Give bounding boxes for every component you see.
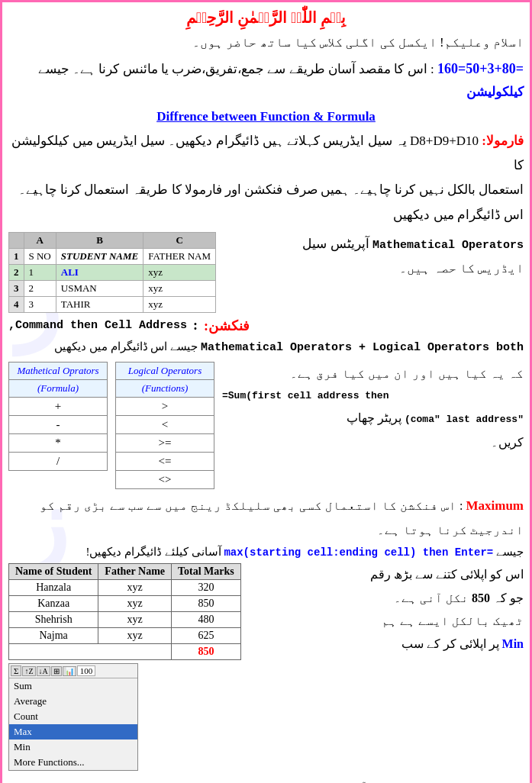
math-op-plus: + [9, 398, 108, 416]
math-logical-urdu: جیسے اس ڈائیگرام میں دیکھیں [54, 340, 198, 353]
cell-3a: 2 [24, 280, 56, 296]
cell-1b: STUDENT NAME [56, 248, 143, 264]
min-section: سے چھوٹی رقم یا نمبر با آسانی نکال سکتے … [8, 775, 524, 783]
cell-4b: TAHIR [56, 296, 143, 312]
min-blue-label: Min [502, 637, 524, 650]
data-table: Name of Student Father Name Total Marks … [8, 563, 241, 660]
logical-op-lte: <= [116, 453, 214, 471]
toolbar-filter[interactable]: ⊞ [51, 666, 62, 676]
toolbar-sigma[interactable]: Σ [11, 665, 21, 676]
cell-2c: xyz [143, 264, 216, 280]
excel-toolbar: Σ ↑Z ↓A ⊞ 📊 100 Sum Average Count Max Mi… [8, 663, 138, 771]
cell-1c: FATHER NAM [143, 248, 216, 264]
toolbar-sort-desc[interactable]: ↓A [37, 666, 50, 676]
cell-2b: ALI [56, 264, 143, 280]
logical-op-lt: < [116, 416, 214, 434]
toolbar-icons-row: Σ ↑Z ↓A ⊞ 📊 100 [9, 664, 137, 678]
dropdown-max[interactable]: Max [9, 724, 137, 740]
excel-area: A B C 1 S NO STUDENT NAME FATHER NAM 2 1… [8, 232, 524, 313]
greeting-text: اسلام وعلیکم! ایکسل کی اگلی کلاس کیا سات… [192, 35, 524, 50]
calc-label: کیلکولیشن [466, 85, 524, 99]
cell-1a: S NO [24, 248, 56, 264]
function-label: فنکشن: [204, 317, 250, 334]
math-logical-english: Mathematical Operators + Logical Operato… [201, 341, 524, 354]
math-operators-table: Mathetical Oprators (Formula) + - * / [8, 362, 108, 471]
max-example-text: آسانی کیلئے ڈائیگرام دیکھیں! [85, 546, 221, 558]
max-text: : اس فنکشن کا استعمال کسی بھی سلیلکڈ رین… [40, 499, 524, 536]
op-right-line1: کہ یہ کیا ہیں اور ان میں کیا فرق ہے۔ [222, 362, 524, 386]
math-op-english: Mathematical Operators [372, 239, 524, 252]
dt-row4-marks: 625 [172, 628, 241, 644]
data-right-text: اس کو اپلائی کتنے سے بڑھ رقم جو کہ 850 ن… [247, 563, 524, 656]
math-op-minus: - [9, 416, 108, 434]
row-num-2: 2 [9, 264, 24, 280]
logical-operators-table: Logical Operators (Functions) > < >= <= … [115, 362, 214, 489]
dt-row3-name: Shehrish [9, 612, 98, 628]
operators-section: Mathetical Oprators (Formula) + - * / Lo… [8, 362, 524, 489]
toolbar-percent: 100 [77, 665, 96, 676]
calc-line: =50+3+80=160 : اس کا مقصد آسان طریقے سے … [8, 56, 524, 105]
dropdown-min[interactable]: Min [9, 740, 137, 755]
dt-row1-name: Hanzala [9, 580, 98, 596]
dropdown-more[interactable]: More Functions... [9, 755, 137, 770]
excel-table-wrapper: A B C 1 S NO STUDENT NAME FATHER NAM 2 1… [8, 232, 216, 313]
greeting-line: اسلام وعلیکم! ایکسل کی اگلی کلاس کیا سات… [8, 31, 524, 55]
bismillah-text: بِسۡمِ اللّٰہِ الرَّحۡمٰنِ الرَّحِیۡمِ [8, 8, 524, 27]
cell-3b: USMAN [56, 280, 143, 296]
math-op-star: * [9, 434, 108, 453]
formula-section: فارمولا: D8+D9+D10 یہ سیل ایڈریس کہلاتے … [8, 129, 524, 227]
data-right-line2: جو کہ 850 نکل آنی ہے۔ [247, 587, 524, 610]
dt-row2-father: xyz [98, 596, 172, 612]
sum-line3: کریں۔ [222, 430, 524, 455]
sum-coma-text: "coma" last address) [405, 414, 524, 425]
dt-highlight-empty [9, 644, 172, 660]
cell-2a: 1 [24, 264, 56, 280]
max-section: Maximum : اس فنکشن کا استعمال کسی بھی سل… [8, 494, 524, 542]
excel-table: A B C 1 S NO STUDENT NAME FATHER NAM 2 1… [8, 232, 216, 313]
sum-urdu-text: پریٹر چھاپ [347, 411, 401, 424]
row-num-4: 4 [9, 296, 24, 312]
dropdown-average[interactable]: Average [9, 694, 137, 709]
dt-row1-father: xyz [98, 580, 172, 596]
dt-row3-marks: 480 [172, 612, 241, 628]
math-op-header2: (Formula) [9, 380, 108, 398]
sum-formula-line: =Sum(first cell address then [222, 386, 524, 406]
left-data-section: Name of Student Father Name Total Marks … [8, 563, 241, 771]
row-num-1: 1 [9, 248, 24, 264]
dropdown-count[interactable]: Count [9, 709, 137, 724]
formula-text1: D8+D9+D10 یہ سیل ایڈریس کہلاتے ہیں ڈائیگ… [11, 134, 524, 172]
max-example-label: جیسے [493, 546, 524, 558]
diff-line: Diffrence between Function & Formula [8, 109, 524, 124]
cell-4a: 3 [24, 296, 56, 312]
colon-divider: : [193, 317, 198, 334]
data-right-blue-line: Min پر اپلائی کر کے سب [247, 633, 524, 656]
formula-line1: فارمولا: D8+D9+D10 یہ سیل ایڈریس کہلاتے … [8, 129, 524, 179]
dt-header-marks: Total Marks [172, 564, 241, 580]
calc-formula: =50+3+80=160 [437, 61, 524, 76]
data-right-line3: ٹھیک بالکل ایسے ہے ہم [247, 610, 524, 633]
cell-3c: xyz [143, 280, 216, 296]
dt-row4-father: xyz [98, 628, 172, 644]
data-area: Name of Student Father Name Total Marks … [8, 563, 524, 771]
row-num-3: 3 [9, 280, 24, 296]
dt-row2-marks: 850 [172, 596, 241, 612]
math-op-line2: ایڈریس کا حصہ ہیں۔ [221, 256, 524, 281]
formula-label: فارمولا: [482, 134, 524, 148]
math-op-slash: / [9, 453, 108, 471]
max-formula: =max(starting cell:ending cell) then Ent… [224, 546, 493, 559]
math-op-text: Mathematical Operators آپریٹس سیل ایڈریس… [221, 232, 524, 282]
op-right-text: کہ یہ کیا ہیں اور ان میں کیا فرق ہے۔ =Su… [222, 362, 524, 455]
col-header-c: C [143, 232, 216, 248]
math-op-urdu: آپریٹس سیل [302, 237, 369, 251]
cell-4c: xyz [143, 296, 216, 312]
dropdown-sum[interactable]: Sum [9, 678, 137, 694]
toolbar-chart[interactable]: 📊 [63, 666, 76, 676]
data-right-line1: اس کو اپلائی کتنے سے بڑھ رقم [247, 563, 524, 586]
max-label: Maximum [466, 498, 524, 513]
command-line: فنکشن: : Command then Cell Address, [8, 317, 524, 334]
math-op-line1: Mathematical Operators آپریٹس سیل [221, 232, 524, 257]
dt-row1-marks: 320 [172, 580, 241, 596]
toolbar-sort-asc[interactable]: ↑Z [22, 666, 35, 676]
col-header-b: B [56, 232, 143, 248]
dt-row2-name: Kanzaa [9, 596, 98, 612]
